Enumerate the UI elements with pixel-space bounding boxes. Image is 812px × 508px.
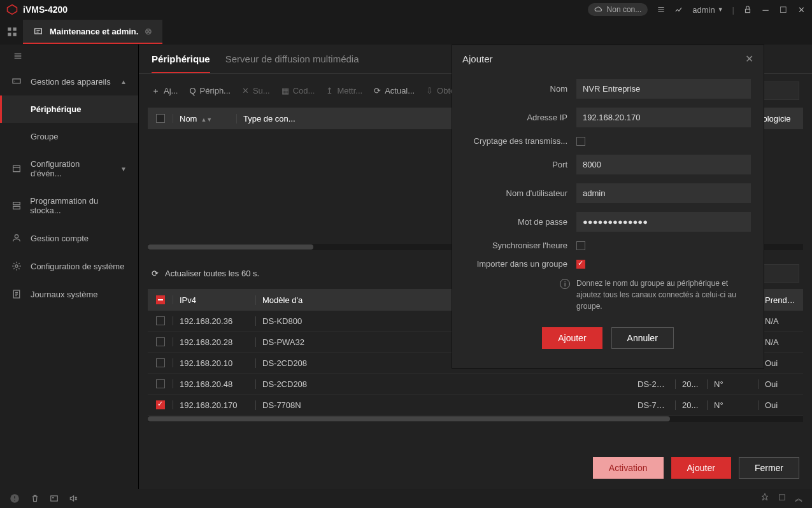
input-password[interactable] bbox=[576, 212, 751, 232]
chevron-up-icon: ▲ bbox=[120, 78, 127, 85]
svg-point-12 bbox=[15, 235, 18, 238]
cell-model: DS-7708N bbox=[256, 400, 320, 410]
user-menu[interactable]: admin ▼ bbox=[692, 5, 723, 15]
checkbox-sync-time[interactable] bbox=[576, 241, 585, 250]
svg-rect-2 bbox=[8, 27, 11, 31]
svg-rect-4 bbox=[8, 33, 11, 36]
refresh-icon[interactable]: ⟳ bbox=[152, 269, 159, 278]
svg-rect-7 bbox=[13, 79, 20, 83]
alert-icon[interactable] bbox=[9, 493, 20, 504]
connection-badge[interactable]: Non con... bbox=[588, 3, 648, 16]
list-icon[interactable] bbox=[657, 5, 666, 14]
subtab-streaming[interactable]: Serveur de diffusion multimédia bbox=[225, 53, 359, 73]
cell-ip: 192.168.20.48 bbox=[173, 379, 256, 389]
tool-device[interactable]: QPériph... bbox=[189, 86, 231, 95]
scrollbar-lower[interactable] bbox=[148, 416, 803, 422]
lock-icon[interactable] bbox=[743, 5, 752, 14]
subtab-device[interactable]: Périphérique bbox=[152, 53, 210, 73]
cell-model: DS-2CD208 bbox=[256, 358, 320, 368]
table-row[interactable]: 192.168.20.170DS-7708NDS-770...20...N°Ou… bbox=[148, 395, 803, 416]
main-tab-maintenance[interactable]: Maintenance et admin. ⊗ bbox=[23, 20, 162, 44]
row-checkbox[interactable] bbox=[156, 358, 165, 367]
expand-icon[interactable]: ︽ bbox=[795, 493, 803, 504]
row-checkbox[interactable] bbox=[156, 400, 165, 409]
col-conn-type[interactable]: Type de con... bbox=[237, 114, 313, 123]
main-tab-label: Maintenance et admin. bbox=[50, 27, 138, 36]
tool-update[interactable]: ↥Mettr... bbox=[326, 86, 362, 95]
apps-grid-icon[interactable] bbox=[6, 26, 18, 38]
svg-rect-9 bbox=[13, 166, 20, 171]
connection-text: Non con... bbox=[607, 5, 642, 14]
sidebar-item-system-log[interactable]: Journaux système bbox=[0, 280, 138, 308]
modal-close-icon[interactable]: ✕ bbox=[745, 53, 753, 65]
cell-model: DS-KD800 bbox=[256, 316, 320, 326]
sidebar-sub-device[interactable]: Périphérique bbox=[0, 95, 138, 123]
sidebar-item-account[interactable]: Gestion compte bbox=[0, 224, 138, 252]
label-sync-time: Synchroniser l'heure bbox=[465, 241, 576, 250]
cell-ip: 192.168.20.170 bbox=[173, 400, 256, 410]
chevron-down-icon: ▼ bbox=[718, 6, 723, 13]
trash-icon[interactable] bbox=[31, 494, 39, 503]
tool-add[interactable]: ＋Aj... bbox=[152, 85, 178, 97]
modal-cancel-button[interactable]: Annuler bbox=[611, 327, 674, 349]
input-user[interactable] bbox=[576, 183, 751, 203]
svg-rect-11 bbox=[13, 206, 20, 209]
close-button[interactable]: Fermer bbox=[739, 457, 799, 479]
download-icon: ⇩ bbox=[426, 86, 433, 95]
refresh-icon: ⟳ bbox=[374, 86, 381, 95]
cell-take: Oui bbox=[759, 358, 803, 368]
row-checkbox[interactable] bbox=[156, 337, 165, 346]
col-take[interactable]: Prendre . bbox=[759, 295, 803, 305]
sidebar-sub-group[interactable]: Groupe bbox=[0, 123, 138, 150]
footer-buttons: Activation Ajouter Fermer bbox=[139, 447, 812, 489]
row-checkbox[interactable] bbox=[156, 379, 165, 388]
search-icon: Q bbox=[189, 86, 196, 95]
maximize-icon[interactable]: ☐ bbox=[779, 5, 788, 14]
row-checkbox[interactable] bbox=[156, 316, 165, 325]
tool-delete[interactable]: ✕Su... bbox=[242, 86, 270, 95]
table-row[interactable]: 192.168.20.48DS-2CD208DS-2CD...20...N°Ou… bbox=[148, 374, 803, 395]
input-port[interactable] bbox=[576, 155, 751, 174]
pin-icon[interactable] bbox=[760, 493, 769, 504]
col-ipv4[interactable]: IPv4 bbox=[173, 295, 256, 305]
input-ip[interactable] bbox=[576, 108, 751, 127]
col-checkbox[interactable] bbox=[148, 114, 173, 123]
svg-point-8 bbox=[14, 81, 15, 81]
gallery-icon[interactable] bbox=[50, 494, 59, 503]
sidebar-label: Programmation du stocka... bbox=[30, 196, 127, 215]
event-icon bbox=[11, 164, 23, 174]
checkbox-import-group[interactable] bbox=[576, 260, 585, 269]
sidebar-item-device-mgmt[interactable]: Gestion des appareils ▲ bbox=[0, 67, 138, 95]
mute-icon[interactable] bbox=[69, 494, 78, 503]
checkbox-encrypt[interactable] bbox=[576, 137, 585, 146]
col-name[interactable]: Nom▲▼ bbox=[173, 114, 237, 123]
tool-refresh[interactable]: ⟳Actual... bbox=[374, 86, 415, 95]
add-button[interactable]: Ajouter bbox=[671, 457, 731, 479]
svg-rect-6 bbox=[35, 29, 42, 34]
sidebar-item-storage-schedule[interactable]: Programmation du stocka... bbox=[0, 187, 138, 224]
tab-close-icon[interactable]: ⊗ bbox=[145, 26, 152, 36]
cell-model: DS-PWA32 bbox=[256, 337, 320, 347]
svg-marker-0 bbox=[8, 5, 17, 15]
chart-icon[interactable] bbox=[674, 5, 683, 14]
sidebar-item-system-config[interactable]: Configuration de système bbox=[0, 252, 138, 280]
titlebar: iVMS-4200 Non con... admin ▼ | ─ ☐ ✕ bbox=[0, 0, 812, 19]
cell-take: N/A bbox=[759, 316, 803, 326]
sidebar-toggle-icon[interactable] bbox=[0, 45, 138, 67]
restore-icon[interactable]: ☐ bbox=[778, 493, 786, 504]
refresh-label: Actualiser toutes les 60 s. bbox=[165, 269, 259, 278]
close-icon[interactable]: ✕ bbox=[797, 5, 806, 14]
tool-code[interactable]: ▦Cod... bbox=[281, 86, 315, 95]
modal-add-button[interactable]: Ajouter bbox=[542, 327, 602, 349]
col-model[interactable]: Modèle d'a bbox=[256, 295, 320, 305]
minimize-icon[interactable]: ─ bbox=[761, 5, 770, 14]
device-icon bbox=[11, 76, 23, 87]
activate-button[interactable]: Activation bbox=[593, 457, 664, 479]
svg-rect-5 bbox=[13, 33, 17, 36]
input-name[interactable] bbox=[576, 79, 751, 99]
svg-point-13 bbox=[15, 265, 18, 267]
cell-model: DS-2CD208 bbox=[256, 379, 320, 389]
chevron-down-icon: ▼ bbox=[120, 166, 127, 173]
col-checkbox-all[interactable] bbox=[148, 295, 173, 304]
sidebar-item-event-config[interactable]: Configuration d'évén... ▼ bbox=[0, 150, 138, 187]
